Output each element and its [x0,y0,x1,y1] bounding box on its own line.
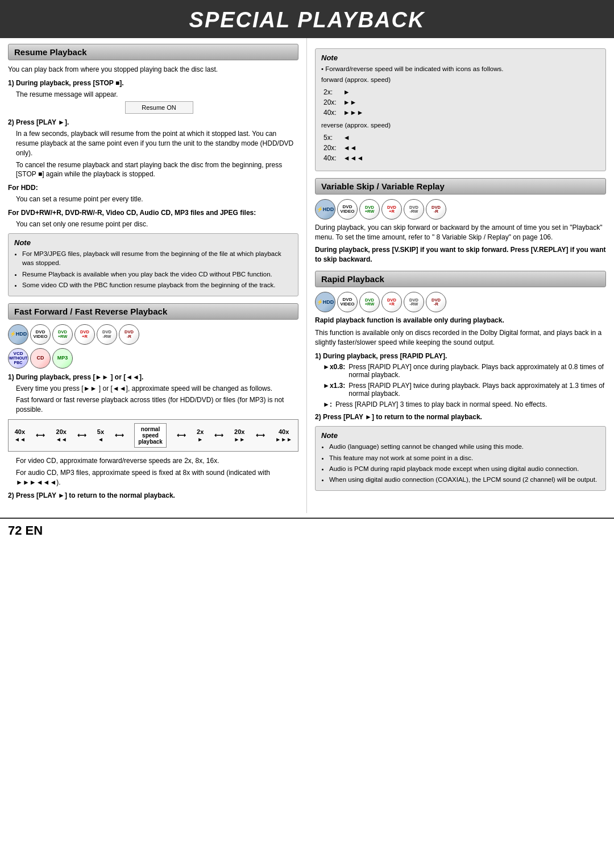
disc-icon-dvd-plus-rw-vs: DVD+RW [359,199,380,220]
resume-on-box: Resume ON [125,101,193,114]
resume-for-dvd-text: You can set only one resume point per di… [16,220,298,229]
speed-cell: 20x: [322,143,341,152]
speed-label-20x-r: 20x [234,428,244,435]
rapid-note-list: Audio (language) setting cannot be chang… [321,442,600,483]
rapid-x13-header: ►x1.3: [323,382,345,398]
ff-step1-header: 1) During playback, press [►► ] or [◄◄]. [8,373,298,382]
speed-40x-left: 40x ◄◄ [14,428,26,443]
rapid-x13-row: ►x1.3: Press [RAPID PLAY] twice during p… [323,382,606,398]
disc-icon-dvd-plus-r-rp: DVD+R [381,292,402,312]
variable-skip-section: Variable Skip / Variable Replay ⚡HDD DVD… [315,178,606,264]
fast-forward-header: Fast Forward / Fast Reverse Playback [8,303,298,320]
resume-playback-header: Resume Playback [8,44,298,60]
rapid-x08-text: Press [RAPID PLAY] once during playback.… [349,363,606,379]
arrow-cell: ► [342,88,368,97]
ff-step1-text1: Every time you press [►► ] or [◄◄], appr… [16,384,298,394]
rapid-play-text: Press [RAPID PLAY] 3 times to play back … [335,400,547,408]
ff-step1-text2: Fast forward or fast reverse playback ac… [16,395,298,415]
right-column: Note • Forward/reverse speed will be ind… [307,38,614,513]
disc-icon-dvd-minus-r: DVD-R [119,324,139,345]
variable-skip-text1: During playback, you can skip forward or… [315,223,606,242]
speed-cell: 40x: [322,154,341,163]
reverse-speed-table: 5x: ◄ 20x: ◄◄ 40x: ◄◄◄ [321,132,369,164]
speed-row: 5x: ◄ [322,133,368,142]
speed-40x-right: 40x ►►► [275,428,292,443]
speed-row: 40x: ►►► [322,108,368,117]
left-column: Resume Playback You can play back from w… [0,38,307,513]
speed-cell: 40x: [322,108,341,117]
speed-label-20x-l: 20x [56,428,67,435]
disc-icon-dvd-video: DVDVIDEO [30,324,51,345]
ff-step2-header: 2) Press [PLAY ►] to return to the norma… [8,491,298,501]
disc-icon-dvd-plus-rw: DVD+RW [52,324,73,345]
rapid-playback-header: Rapid Playback [315,271,606,287]
top-note-intro: • Forward/reverse speed will be indicate… [321,64,600,73]
disc-icon-hdd-rp: ⚡HDD [315,292,335,312]
speed-sep6: ⟷ [256,432,265,439]
arrow-cell: ►►► [342,108,368,117]
rapid-note-item: Audio is PCM during rapid playback mode … [329,464,600,473]
disc-icon-dvd-plus-r-vs: DVD+R [381,199,402,220]
disc-icon-dvd-minus-r-rp: DVD-R [426,292,446,312]
rapid-note-box: Note Audio (language) setting cannot be … [315,426,606,490]
speed-arrow-l-40: ◄◄ [14,436,26,443]
speed-20x-right: 20x ►► [234,428,245,443]
disc-icon-cd: CD [30,348,51,369]
rapid-playback-section: Rapid Playback ⚡HDD DVDVIDEO DVD+RW DVD+… [315,271,606,490]
speed-label-40x-l: 40x [15,428,25,435]
disc-icon-vcd: VCDWITHOUTPBC [8,348,28,369]
rapid-playback-bold-text: Rapid playback function is available onl… [315,316,606,325]
resume-cancel-text: To cancel the resume playback and start … [16,160,298,180]
variable-skip-disc-icons: ⚡HDD DVDVIDEO DVD+RW DVD+R DVD-RW DVD-R [315,199,606,220]
speed-row: 20x: ◄◄ [322,143,368,152]
rapid-x08-header: ►x0.8: [323,363,345,379]
rapid-play-row: ►: Press [RAPID PLAY] 3 times to play ba… [323,400,606,408]
speed-sep4: ⟷ [177,432,186,439]
disc-icon-mp3: MP3 [52,348,73,369]
speed-row: 40x: ◄◄◄ [322,154,368,163]
speed-speed-label: speed [138,432,163,439]
disc-icon-dvd-minus-rw: DVD-RW [97,324,117,345]
speed-sep3: ⟷ [115,432,124,439]
speed-normal-box: normal speed playback [134,423,167,448]
page-number: 72 [8,523,22,538]
speed-arrow-r-40: ►►► [275,436,292,443]
speed-normal-label: normal [138,426,163,432]
speed-2x-right: 2x ► [197,428,204,443]
page-footer: 72 EN [0,518,614,543]
rapid-step1-header: 1) During playback, press [RAPID PLAY]. [315,352,606,361]
top-note-title: Note [321,53,600,62]
speed-arrow-l-20: ◄◄ [56,436,67,443]
speed-label-40x-r: 40x [279,428,289,435]
rapid-note-item: When using digital audio connection (COA… [329,475,600,484]
speed-cell: 2x: [322,88,341,97]
fast-forward-disc-icons-row2: VCDWITHOUTPBC CD MP3 [8,348,298,369]
resume-note-box: Note For MP3/JPEG files, playback will r… [8,233,298,296]
speed-playback-label: playback [138,439,163,445]
disc-icon-dvd-plus-r: DVD+R [74,324,95,345]
speed-cell: 20x: [322,98,341,107]
variable-skip-header: Variable Skip / Variable Replay [315,178,606,195]
page-en: EN [25,523,43,538]
ff-mp3-text: For audio CD, MP3 files, approximate spe… [16,468,298,487]
resume-for-hdd-text: You can set a resume point per every tit… [16,195,298,204]
resume-note-item: For MP3/JPEG files, playback will resume… [22,249,292,267]
fast-forward-section: Fast Forward / Fast Reverse Playback ⚡HD… [8,303,298,501]
variable-skip-instruction: During playback, press [V.SKIP] if you w… [315,245,606,264]
speed-sep5: ⟷ [214,432,223,439]
resume-for-hdd-header: For HDD: [8,183,298,193]
disc-icon-hdd-vs: ⚡HDD [315,199,335,220]
speed-sep1: ⟷ [36,432,45,439]
rapid-playback-text1: This function is available only on discs… [315,328,606,348]
rapid-x13-text: Press [RAPID PLAY] twice during playback… [349,382,606,398]
speed-row: 20x: ►► [322,98,368,107]
fast-forward-disc-icons-row1: ⚡HDD DVDVIDEO DVD+RW DVD+R DVD-RW DVD-R [8,324,298,345]
disc-icon-dvd-video-vs: DVDVIDEO [337,199,358,220]
ff-vcd-text: For video CD, approximate forward/revers… [16,456,298,466]
disc-icon-dvd-plus-rw-rp: DVD+RW [359,292,380,312]
resume-note-list: For MP3/JPEG files, playback will resume… [14,249,292,289]
speed-arrow-r-20: ►► [234,436,245,443]
disc-icon-dvd-video-rp: DVDVIDEO [337,292,358,312]
arrow-cell: ◄◄◄ [342,154,368,163]
forward-speed-table: 2x: ► 20x: ►► 40x: ►►► [321,86,369,118]
